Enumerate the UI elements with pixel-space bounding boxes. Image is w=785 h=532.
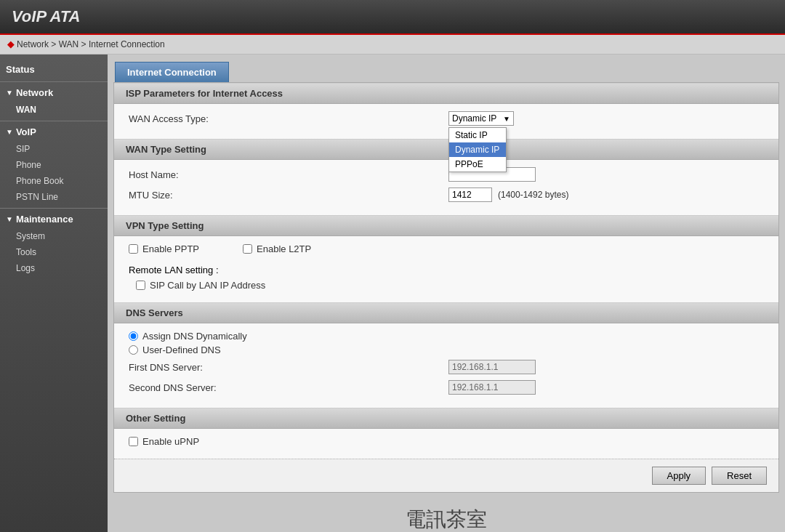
sidebar-item-maintenance[interactable]: ▼ Maintenance (0, 210, 108, 228)
triangle-icon-2: ▼ (6, 128, 13, 136)
button-row: Apply Reset (114, 459, 778, 492)
first-dns-control (448, 360, 764, 374)
enable-pptp-checkbox[interactable] (129, 244, 138, 254)
second-dns-row: Second DNS Server: (129, 380, 764, 395)
sidebar-sip-label: SIP (16, 144, 30, 154)
enable-pptp-row: Enable PPTP (129, 243, 199, 254)
app-header: VoIP ATA (0, 0, 785, 35)
sidebar-logs-label: Logs (16, 263, 35, 273)
first-dns-label: First DNS Server: (129, 362, 448, 373)
enable-l2tp-label: Enable L2TP (257, 243, 311, 254)
other-section-content: Enable uPNP (114, 429, 778, 459)
triangle-icon: ▼ (6, 89, 13, 97)
second-dns-label: Second DNS Server: (129, 382, 448, 393)
wan-access-type-control: Dynamic IP ▼ Static IP Dynamic IP PPPoE (448, 111, 764, 126)
tab-header: Internet Connection (108, 55, 785, 82)
second-dns-input[interactable] (448, 380, 536, 395)
sidebar-section-network: ▼ Network WAN (0, 84, 108, 118)
wan-access-type-trigger[interactable]: Dynamic IP ▼ (448, 111, 514, 126)
internet-connection-tab[interactable]: Internet Connection (115, 62, 229, 82)
sidebar-item-phone[interactable]: Phone (0, 157, 108, 173)
main-layout: Status ▼ Network WAN ▼ VoIP SIP Phone (0, 55, 785, 532)
sidebar-status-label: Status (6, 64, 35, 75)
enable-upnp-label: Enable uPNP (142, 436, 199, 447)
isp-section-content: WAN Access Type: Dynamic IP ▼ Static IP … (114, 104, 778, 139)
remote-lan-label: Remote LAN setting : (129, 265, 764, 275)
mtu-size-suffix: (1400-1492 bytes) (498, 190, 568, 200)
option-pppoe[interactable]: PPPoE (449, 157, 506, 172)
wan-access-type-label: WAN Access Type: (129, 113, 448, 124)
option-static-ip[interactable]: Static IP (449, 128, 506, 142)
sidebar-tools-label: Tools (16, 247, 36, 257)
sidebar-item-network[interactable]: ▼ Network (0, 84, 108, 102)
dns-section-header: DNS Servers (114, 302, 778, 323)
reset-button[interactable]: Reset (712, 467, 767, 485)
host-name-label: Host Name: (129, 169, 448, 180)
sidebar-section-status: Status (0, 60, 108, 78)
sidebar-maintenance-label: Maintenance (16, 214, 73, 225)
sidebar-item-logs[interactable]: Logs (0, 260, 108, 276)
sidebar-item-status[interactable]: Status (0, 60, 108, 78)
sidebar-voip-label: VoIP (16, 126, 36, 137)
assign-dynamically-label: Assign DNS Dynamically (142, 331, 247, 342)
enable-l2tp-checkbox[interactable] (243, 244, 252, 254)
sidebar-wan-label: WAN (16, 105, 36, 115)
sip-call-lan-checkbox[interactable] (136, 281, 145, 290)
dns-section-content: Assign DNS Dynamically User-Defined DNS … (114, 323, 778, 408)
breadcrumb-arrow: ◆ (7, 39, 14, 49)
option-dynamic-ip[interactable]: Dynamic IP (449, 142, 506, 157)
app-title: VoIP ATA (12, 7, 773, 26)
host-name-row: Host Name: (129, 167, 764, 182)
second-dns-control (448, 380, 764, 395)
sidebar-item-voip[interactable]: ▼ VoIP (0, 123, 108, 141)
enable-upnp-row: Enable uPNP (129, 436, 764, 447)
content-area: ISP Parameters for Internet Access WAN A… (113, 82, 779, 493)
sidebar-divider-3 (0, 208, 108, 209)
other-section-header: Other Setting (114, 408, 778, 429)
vpn-section-content: Enable PPTP Enable L2TP Remote LAN setti… (114, 236, 778, 302)
wan-access-type-dropdown-wrapper: Dynamic IP ▼ Static IP Dynamic IP PPPoE (448, 111, 514, 126)
wan-access-type-options: Static IP Dynamic IP PPPoE (448, 127, 507, 172)
breadcrumb-path: Network > WAN > Internet Connection (17, 39, 165, 49)
wan-type-section-content: Host Name: MTU Size: (1400-1492 bytes) (114, 160, 778, 215)
sidebar-divider-1 (0, 81, 108, 82)
vpn-section-header: VPN Type Setting (114, 215, 778, 236)
vpn-checks-row: Enable PPTP Enable L2TP (129, 243, 764, 259)
sip-call-lan-row: SIP Call by LAN IP Address (136, 280, 764, 291)
enable-l2tp-row: Enable L2TP (243, 243, 311, 254)
sidebar-item-tools[interactable]: Tools (0, 244, 108, 260)
sidebar-item-sip[interactable]: SIP (0, 141, 108, 157)
mtu-size-control: (1400-1492 bytes) (448, 188, 764, 202)
sidebar: Status ▼ Network WAN ▼ VoIP SIP Phone (0, 55, 108, 532)
tab-label: Internet Connection (127, 67, 217, 78)
sip-call-lan-label: SIP Call by LAN IP Address (150, 280, 265, 291)
watermark-text: 電訊茶室 (406, 508, 487, 531)
first-dns-input[interactable] (448, 360, 536, 374)
sidebar-item-wan[interactable]: WAN (0, 102, 108, 118)
first-dns-row: First DNS Server: (129, 360, 764, 374)
wan-access-type-row: WAN Access Type: Dynamic IP ▼ Static IP … (129, 111, 764, 126)
breadcrumb: ◆ Network > WAN > Internet Connection (0, 35, 785, 55)
sidebar-item-pstn-line[interactable]: PSTN Line (0, 189, 108, 205)
dropdown-arrow-icon: ▼ (503, 115, 510, 123)
apply-button[interactable]: Apply (652, 467, 706, 485)
mtu-size-label: MTU Size: (129, 190, 448, 201)
user-defined-radio[interactable] (129, 345, 138, 355)
assign-dynamically-row: Assign DNS Dynamically (129, 331, 764, 342)
enable-upnp-checkbox[interactable] (129, 437, 138, 446)
sidebar-divider-2 (0, 121, 108, 121)
enable-pptp-label: Enable PPTP (142, 243, 199, 254)
footer-watermark: 電訊茶室 (108, 499, 785, 532)
sidebar-pstn-label: PSTN Line (16, 192, 58, 202)
sidebar-item-phone-book[interactable]: Phone Book (0, 173, 108, 189)
sidebar-section-maintenance: ▼ Maintenance System Tools Logs (0, 210, 108, 276)
wan-type-section-header: WAN Type Setting (114, 139, 778, 160)
user-defined-label: User-Defined DNS (142, 344, 221, 355)
sidebar-section-voip: ▼ VoIP SIP Phone Phone Book PSTN Line (0, 123, 108, 205)
sidebar-phone-book-label: Phone Book (16, 176, 63, 186)
sidebar-item-system[interactable]: System (0, 228, 108, 244)
isp-section-header: ISP Parameters for Internet Access (114, 83, 778, 104)
mtu-size-input[interactable] (448, 188, 492, 202)
wan-access-type-value: Dynamic IP (452, 113, 496, 124)
assign-dynamically-radio[interactable] (129, 331, 138, 341)
